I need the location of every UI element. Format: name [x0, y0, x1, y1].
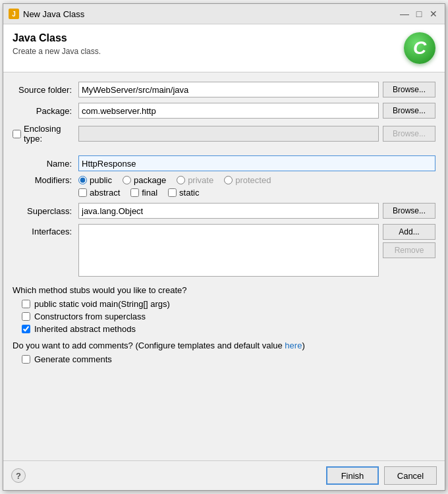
footer-left: ? — [11, 468, 26, 483]
superclass-input[interactable] — [78, 203, 379, 219]
modifiers-row1: Modifiers: public package private — [13, 175, 435, 185]
enclosing-type-field: Browse... — [78, 126, 435, 142]
check-static[interactable]: static — [168, 188, 199, 198]
radio-package-label: package — [134, 175, 166, 185]
radio-private[interactable]: private — [177, 175, 213, 185]
check-abstract[interactable]: abstract — [78, 188, 120, 198]
source-folder-input[interactable] — [78, 82, 379, 97]
help-button[interactable]: ? — [11, 468, 26, 483]
stub-constructor-label: Constructors from superclass — [34, 312, 146, 321]
form-section: Source folder: Browse... Package: Browse… — [3, 72, 445, 460]
footer-right: Finish Cancel — [326, 466, 437, 485]
superclass-field: Browse... — [78, 203, 435, 219]
radio-public-label: public — [90, 175, 112, 185]
title-bar-left: J New Java Class — [9, 9, 84, 19]
comments-question-suffix: ) — [302, 341, 304, 350]
generate-comments-checkbox[interactable] — [22, 355, 30, 364]
stub-main-label: public static void main(String[] args) — [34, 299, 170, 309]
superclass-row: Superclass: Browse... — [13, 203, 435, 219]
interfaces-row: Interfaces: Add... Remove — [13, 224, 435, 279]
radio-package[interactable]: package — [123, 175, 166, 185]
check-final[interactable]: final — [130, 188, 157, 198]
dialog: J New Java Class — □ ✕ Java Class Create… — [3, 3, 445, 491]
finish-button[interactable]: Finish — [326, 466, 379, 485]
modifiers-label: Modifiers: — [13, 175, 78, 185]
package-input[interactable] — [78, 103, 379, 119]
comments-here-link[interactable]: here — [285, 341, 302, 350]
stubs-section: Which method stubs would you like to cre… — [13, 285, 435, 334]
header-subtitle: Create a new Java class. — [13, 47, 101, 56]
superclass-browse-button[interactable]: Browse... — [383, 203, 435, 219]
interfaces-field — [78, 224, 379, 279]
stub-constructor-checkbox[interactable] — [22, 312, 30, 321]
abstract-label: abstract — [90, 188, 120, 198]
static-checkbox[interactable] — [168, 188, 177, 197]
footer: ? Finish Cancel — [3, 460, 445, 490]
radio-public[interactable]: public — [78, 175, 112, 185]
add-button[interactable]: Add... — [383, 224, 435, 240]
stub-inherited-label: Inherited abstract methods — [34, 324, 136, 334]
source-folder-row: Source folder: Browse... — [13, 82, 435, 97]
cancel-button[interactable]: Cancel — [384, 466, 437, 485]
package-field: Browse... — [78, 103, 435, 119]
final-label: final — [142, 188, 157, 198]
name-row: Name: — [13, 155, 435, 171]
interfaces-buttons: Add... Remove — [383, 224, 435, 258]
maximize-button[interactable]: □ — [413, 8, 425, 20]
modifiers-radio-group: public package private protected — [78, 175, 271, 185]
radio-protected[interactable]: protected — [224, 175, 271, 185]
package-browse-button[interactable]: Browse... — [383, 103, 435, 119]
name-input[interactable] — [78, 155, 435, 171]
stub-main-checkbox[interactable] — [22, 300, 30, 308]
modifiers-row2: abstract final static — [78, 188, 435, 198]
radio-private-input[interactable] — [177, 176, 185, 184]
close-button[interactable]: ✕ — [428, 8, 439, 20]
interfaces-label: Interfaces: — [13, 224, 78, 236]
remove-button[interactable]: Remove — [383, 242, 435, 258]
modifiers-section: Modifiers: public package private — [13, 175, 435, 198]
package-label: Package: — [13, 106, 78, 116]
title-bar: J New Java Class — □ ✕ — [3, 4, 445, 24]
enclosing-type-row: Enclosing type: Browse... — [13, 124, 435, 144]
stub-item-main: public static void main(String[] args) — [22, 299, 435, 309]
radio-protected-label: protected — [235, 175, 271, 185]
source-folder-label: Source folder: — [13, 85, 78, 95]
radio-protected-input[interactable] — [224, 176, 233, 184]
generate-comments-label: Generate comments — [34, 354, 112, 364]
source-folder-field: Browse... — [78, 82, 435, 97]
superclass-label: Superclass: — [13, 206, 78, 216]
comment-item: Generate comments — [22, 354, 435, 364]
abstract-checkbox[interactable] — [78, 188, 87, 197]
header-logo: C — [404, 32, 435, 64]
enclosing-type-checkbox[interactable] — [13, 130, 21, 138]
java-icon: J — [9, 9, 19, 19]
separator1 — [13, 149, 435, 155]
stub-inherited-checkbox[interactable] — [22, 325, 30, 333]
enclosing-type-label: Enclosing type: — [24, 124, 78, 144]
title-controls: — □ ✕ — [399, 8, 439, 20]
static-label: static — [179, 188, 199, 198]
window-title: New Java Class — [23, 9, 84, 19]
enclosing-type-label-area: Enclosing type: — [13, 124, 78, 144]
source-folder-browse-button[interactable]: Browse... — [383, 82, 435, 97]
name-label: Name: — [13, 159, 78, 169]
header-section: Java Class Create a new Java class. C — [3, 24, 445, 72]
package-row: Package: Browse... — [13, 103, 435, 119]
radio-private-label: private — [188, 175, 213, 185]
radio-package-input[interactable] — [123, 176, 131, 184]
interfaces-textarea[interactable] — [78, 224, 379, 277]
radio-public-input[interactable] — [78, 176, 87, 184]
comments-question: Do you want to add comments? (Configure … — [13, 341, 435, 350]
minimize-button[interactable]: — — [399, 8, 410, 20]
final-checkbox[interactable] — [130, 188, 139, 197]
comments-question-prefix: Do you want to add comments? (Configure … — [13, 341, 285, 350]
name-field — [78, 155, 435, 171]
stub-item-inherited: Inherited abstract methods — [22, 324, 435, 334]
header-title: Java Class — [13, 32, 101, 44]
stubs-question: Which method stubs would you like to cre… — [13, 285, 435, 295]
enclosing-type-input[interactable] — [78, 126, 379, 142]
enclosing-type-browse-button[interactable]: Browse... — [383, 126, 435, 142]
comments-section: Do you want to add comments? (Configure … — [13, 341, 435, 364]
stub-item-constructor: Constructors from superclass — [22, 312, 435, 321]
header-text: Java Class Create a new Java class. — [13, 32, 101, 56]
